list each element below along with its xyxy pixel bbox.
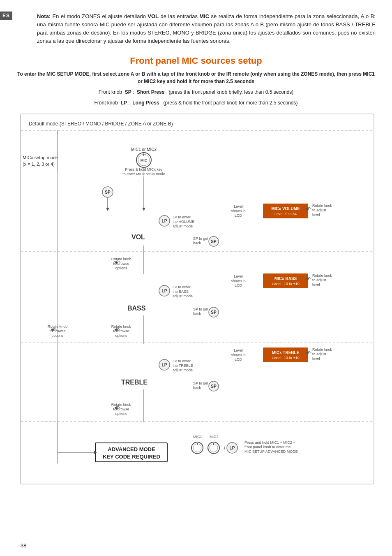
svg-text:(x = 1, 2, 3 or 4): (x = 1, 2, 3 or 4) [23, 162, 55, 167]
svg-text:adjust mode: adjust mode [173, 294, 193, 298]
svg-rect-81 [263, 348, 308, 362]
svg-text:MIC SETUP ADVANCED MODE: MIC SETUP ADVANCED MODE [244, 449, 298, 454]
svg-text:to adjust: to adjust [312, 208, 327, 212]
svg-text:shown in: shown in [231, 279, 246, 283]
svg-text:Rotate knob: Rotate knob [312, 273, 332, 278]
svg-text:BASS: BASS [127, 305, 146, 312]
svg-text:ADVANCED MODE: ADVANCED MODE [108, 446, 155, 452]
svg-text:KEY CODE REQUIRED: KEY CODE REQUIRED [103, 454, 160, 460]
svg-text:the BASS: the BASS [173, 290, 189, 294]
svg-text:MICx TREBLE: MICx TREBLE [272, 350, 300, 355]
svg-text:SP to get: SP to get [193, 307, 208, 311]
svg-marker-18 [142, 208, 145, 211]
svg-text:the TREBLE: the TREBLE [173, 364, 193, 368]
svg-text:+: + [223, 445, 226, 451]
svg-text:the VOLUME: the VOLUME [173, 220, 194, 224]
svg-text:SP: SP [211, 310, 217, 315]
svg-text:LP to enter: LP to enter [173, 359, 191, 363]
svg-text:adjust mode: adjust mode [173, 368, 193, 372]
lang-badge: ES [0, 12, 12, 20]
svg-text:options: options [51, 334, 64, 338]
svg-text:shown in: shown in [231, 353, 246, 357]
svg-text:options: options [115, 266, 127, 270]
svg-text:level: level [312, 357, 320, 361]
svg-text:back: back [193, 312, 201, 316]
svg-text:TREBLE: TREBLE [121, 379, 148, 386]
svg-text:Rotate knob: Rotate knob [48, 324, 68, 329]
svg-text:LP: LP [162, 289, 167, 293]
svg-text:Level: Level [234, 204, 243, 208]
svg-text:Rotate knob: Rotate knob [111, 324, 131, 329]
svg-text:SP: SP [211, 384, 217, 389]
svg-text:Default mode (STEREO / MONO / : Default mode (STEREO / MONO / BRIDGE / Z… [29, 121, 173, 127]
svg-rect-0 [21, 114, 374, 484]
svg-text:LP to enter: LP to enter [173, 285, 191, 289]
svg-text:MICx setup mode: MICx setup mode [23, 155, 58, 160]
svg-text:options: options [115, 412, 127, 416]
svg-text:MIC: MIC [141, 158, 148, 162]
svg-text:LP to enter: LP to enter [173, 215, 191, 219]
svg-text:Rotate knob: Rotate knob [111, 403, 131, 407]
svg-text:LP: LP [230, 446, 235, 450]
svg-text:level: level [312, 213, 320, 217]
svg-text:shown in: shown in [231, 209, 246, 213]
svg-text:to adjust: to adjust [312, 278, 327, 282]
key-legend-lp: Front knob LP : Long Press (press & hold… [16, 99, 376, 107]
svg-text:level: level [312, 283, 320, 287]
svg-text:SP to get: SP to get [193, 381, 208, 385]
svg-text:LCD: LCD [235, 283, 242, 287]
svg-text:LCD: LCD [235, 357, 242, 361]
svg-rect-25 [263, 204, 308, 218]
svg-text:back: back [193, 386, 201, 390]
svg-text:Press and hold MIC1 + MIC2 +: Press and hold MIC1 + MIC2 + [244, 440, 295, 445]
svg-text:Level: Level [234, 348, 243, 352]
svg-marker-16 [106, 208, 109, 211]
svg-text:LP: LP [162, 363, 167, 367]
svg-text:VOL: VOL [131, 234, 145, 241]
svg-text:back: back [193, 241, 201, 245]
svg-text:to adjust: to adjust [312, 352, 327, 356]
svg-text:SP to get: SP to get [193, 236, 208, 241]
svg-text:front panel knob to enter the: front panel knob to enter the [244, 445, 291, 449]
section-title: Front panel MIC sources setup [16, 56, 376, 66]
svg-text:adjust mode: adjust mode [173, 224, 193, 228]
svg-text:MICx VOLUME: MICx VOLUME [271, 206, 300, 211]
svg-text:Rotate knob: Rotate knob [312, 204, 332, 208]
page-wrapper: ES Nota: En el modo ZONES el ajuste deta… [0, 0, 392, 556]
svg-text:LP: LP [162, 219, 167, 223]
intro-text: Nota: En el modo ZONES el ajuste detalla… [37, 12, 376, 46]
svg-text:Level: Level [234, 274, 243, 278]
svg-text:SP: SP [211, 239, 217, 244]
svg-text:SP: SP [105, 190, 111, 195]
diagram-svg: Default mode (STEREO / MONO / BRIDGE / Z… [16, 110, 378, 492]
svg-text:Level: -10 to +10: Level: -10 to +10 [272, 356, 299, 360]
svg-text:MIC1: MIC1 [193, 435, 202, 439]
svg-text:Rotate knob: Rotate knob [111, 257, 131, 261]
svg-text:MIC2: MIC2 [210, 435, 219, 439]
key-legend-sp: Front knob SP : Short Press (press the f… [16, 88, 376, 96]
section-subtitle: To enter the MIC SETUP MODE, first selec… [16, 70, 376, 85]
svg-rect-51 [263, 273, 308, 288]
svg-text:Rotate knob: Rotate knob [312, 348, 332, 352]
svg-text:options: options [115, 334, 127, 338]
page-number: 38 [21, 542, 26, 549]
svg-text:LCD: LCD [235, 213, 242, 218]
svg-text:Level: 0 to 64: Level: 0 to 64 [274, 212, 297, 216]
svg-text:MIC1 or MIC2: MIC1 or MIC2 [131, 147, 157, 152]
svg-text:MICx BASS: MICx BASS [274, 276, 297, 281]
svg-text:Level: -10 to +10: Level: -10 to +10 [272, 282, 299, 286]
